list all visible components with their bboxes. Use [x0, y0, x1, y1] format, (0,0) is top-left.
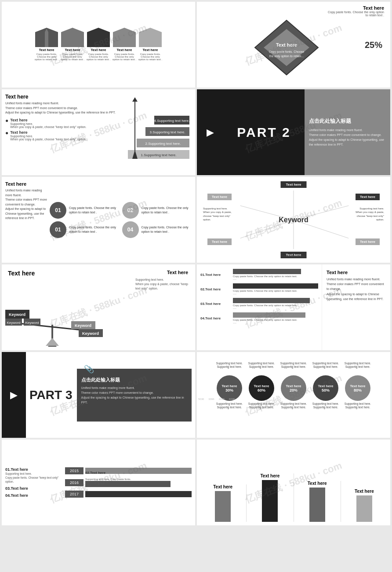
list-dots-4: ----	[233, 322, 318, 324]
pct-item-3: Supporting text here.Supportig text here…	[278, 362, 309, 410]
list-sub-1: Copy paste fonts. Choose the only option…	[233, 275, 318, 278]
list-sub-2: Copy paste fonts. Choose the only option…	[233, 290, 318, 292]
pct-bottom-5: Supporting text here.Supportig text here…	[345, 402, 371, 410]
pct-circle-2: Text here 60%	[249, 375, 274, 401]
tl-year-2015: 2015	[65, 467, 83, 474]
arrow-sublabel-3: Copy paste fonts. Choose the only option…	[87, 53, 111, 61]
bar-rect-3	[309, 488, 325, 522]
r2l-bullet1-sub2: When you copy & paste, choose "keep text…	[10, 125, 86, 128]
kw-small-2: Supporting text here.When you copy & pas…	[353, 207, 384, 222]
svg-marker-42	[46, 338, 59, 346]
tl-bar-2015: 2015	[65, 467, 192, 474]
arrow-item-4: Text here Copy paste fonts. Choose the o…	[113, 28, 137, 61]
r4r-right-body1: Unified fonts make reading more fluent.	[327, 277, 386, 282]
slide-r3r: 亿库在线 · 588ku · com Keyword Text here Tex…	[197, 177, 390, 263]
svg-text:Copy paste fonts. Choose: Copy paste fonts. Choose	[269, 50, 305, 54]
pct-top-2: Supporting text here.Supportig text here…	[248, 362, 275, 374]
svg-marker-4	[113, 28, 136, 47]
r2r-grey-right: 点击此处输入标题 Unified fonts make reading more…	[305, 89, 390, 175]
circle-row-4: 04 Copy paste fonts. Choose the only opt…	[122, 221, 192, 238]
tl-label-02: 02.Text here	[85, 471, 105, 475]
arrow-item-2: Text here Copy paste fonts. Choose the o…	[61, 28, 85, 61]
arrow-svg-5	[139, 28, 162, 47]
arrow-item-1: Text here Copy paste fonts. Choose the o…	[35, 28, 59, 61]
tl-bar-2016: 2016 02.Text here Supporting text here. …	[65, 478, 192, 487]
part3-dark-bar: ▶	[2, 352, 26, 438]
kw-box-left-bottom: Text here	[207, 238, 232, 245]
diamond-svg: Text here Copy paste fonts. Choose the o…	[251, 17, 322, 78]
svg-text:Keyword: Keyword	[7, 321, 20, 325]
list-dots-1: ----	[233, 278, 318, 281]
kw-small-3: Supporting text here.	[281, 254, 306, 257]
r3l-title: Text here	[5, 181, 47, 187]
slide-r4l: 亿库在线 · 588ku · com Text here Text here S…	[2, 264, 195, 350]
part3-card-body1: Unified fonts make reading more fluent.	[81, 385, 188, 390]
r2l-bullet2-sub1: Supporting here.	[10, 135, 86, 138]
slide-r2r: 亿库在线 · 588ku · com ▶ PART 2 点击此处输入标题 Uni…	[197, 89, 390, 175]
svg-text:Text here: Text here	[276, 42, 297, 48]
list-row-2: 02.Text here Copy paste fonts. Choose th…	[200, 283, 318, 295]
r2l-body1: Unified fonts make reading more fluent.	[5, 101, 122, 106]
circle-row-1: 01 Copy paste fonts. Choose the only opt…	[50, 202, 120, 219]
arrow-svg-1	[35, 28, 58, 47]
arrow-svg-2	[61, 28, 84, 47]
part3-title: PART 3	[29, 388, 73, 402]
pct-bottom-3: Supporting text here.Supportig text here…	[280, 402, 307, 410]
arrow-label-4: Text here	[117, 48, 132, 52]
r4r-right-title: Text here	[327, 270, 386, 275]
pct-top-3: Supporting text here.Supportig text here…	[280, 362, 307, 374]
svg-marker-3	[87, 28, 110, 47]
r1r-sub-text: Copy paste fonts. Choose the only option…	[327, 11, 384, 17]
svg-text:4.Supporting text here.: 4.Supporting text here.	[154, 119, 189, 123]
pct-label-2: Text here	[254, 384, 269, 388]
arrow-item-3: Text here Copy paste fonts. Choose the o…	[87, 28, 111, 61]
pct-pct-1: 30%	[225, 388, 233, 392]
r4r-right-body2: Theme color makes PPT more convenient to…	[327, 282, 386, 291]
circle-text-1: Copy paste fonts. Choose the only option…	[69, 206, 120, 215]
r3l-body2: Theme color makes PPT more convenient to…	[5, 198, 47, 207]
pct-pct-4: 50%	[322, 388, 330, 392]
tl-num-3: 03.Text here	[5, 486, 62, 491]
svg-text:2.Supporting text here.: 2.Supporting text here.	[145, 142, 181, 146]
kw-box-top: Text here	[281, 181, 307, 188]
circle-text-4: Copy paste fonts. Choose the only option…	[142, 225, 192, 234]
part2-card-body3: Adjust the spacing to adapt to Chinese t…	[309, 137, 386, 147]
pct-top-1: Supporting text here.Supportig text here…	[216, 362, 243, 374]
pct-pct-5: 80%	[354, 388, 362, 392]
pct-label-1: Text here	[222, 384, 237, 388]
svg-marker-1	[45, 29, 48, 47]
arrow-svg-4	[113, 28, 136, 47]
bar-header-2: Text here	[261, 473, 280, 478]
r2r-dark-main: PART 2	[223, 89, 305, 175]
tl-text-4: 04.Text here	[5, 493, 62, 498]
slide-r1r: 亿库在线 · 588ku · com Text here Copy paste …	[197, 2, 390, 88]
pct-label-3: Text here	[286, 384, 301, 388]
slide-r1l: 亿库在线 · 588ku · com Text here Copy paste …	[2, 2, 195, 88]
bar-rect-1	[215, 491, 231, 522]
arrow-label-1: Text here	[39, 48, 54, 52]
list-num-2: 02.Text here	[200, 287, 231, 291]
arrow-sublabel-2: Copy paste fonts. Choose the only option…	[61, 53, 85, 61]
kw-box-left-top: Text here	[207, 194, 232, 200]
part2-card-body1: Unified fonts make reading more fluent.	[309, 128, 386, 132]
pct-circle-4: Text here 50%	[313, 375, 338, 401]
pct-label-4: Text here	[318, 384, 334, 388]
bar-header-1: Text here	[213, 484, 232, 489]
part3-play-icon: ▶	[10, 389, 18, 401]
list-dots-2: ----	[233, 293, 318, 295]
part2-title: PART 2	[237, 125, 290, 140]
arrow-label-3: Text here	[91, 48, 106, 52]
circle-row-3: 01 Copy paste fonts. Choose the only opt…	[50, 221, 120, 238]
slide-r5r: 亿库在线 · 588ku · com Supporting text here.…	[197, 352, 390, 438]
arrow-item-5: Text here Copy paste fonts. Choose the o…	[138, 28, 163, 61]
pct-circle-1: Text here 30%	[217, 375, 242, 401]
part3-card-body2: Theme color makes PPT more convenient to…	[81, 390, 188, 395]
slide-r5l: 亿库在线 · 588ku · com ▶ PART 3 📎 点击此处输入标题 U…	[2, 352, 195, 438]
tl-year-2016: 2016	[65, 479, 83, 486]
list-sub-4: Copy paste fonts. Choose the only option…	[233, 319, 318, 321]
kw-box-right-bottom: Text here	[356, 238, 380, 245]
pct-pct-3: 20%	[290, 388, 298, 392]
pct-item-1: Supporting text here.Supportig text here…	[214, 362, 245, 410]
arrow-svg-3	[87, 28, 110, 47]
list-sub-3: Copy paste fonts. Choose the only option…	[233, 304, 318, 307]
